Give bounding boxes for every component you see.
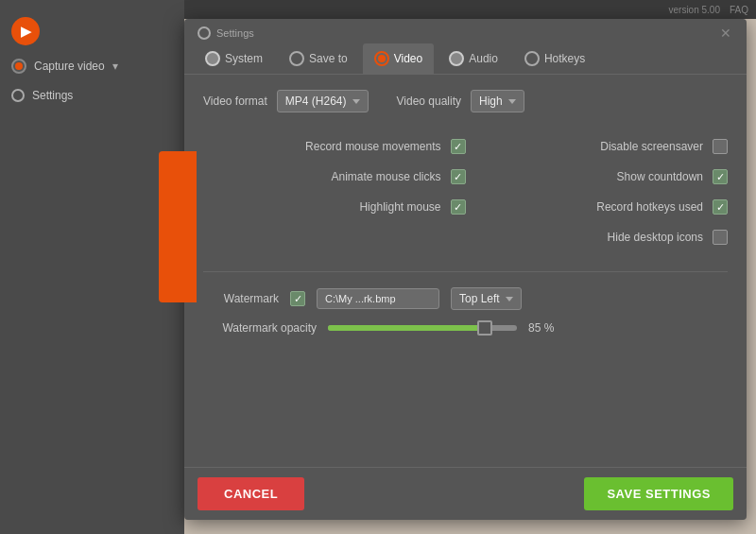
record-mouse-label: Record mouse movements [305,140,440,153]
capture-video-button[interactable]: Capture video ▾ [0,53,184,79]
animate-mouse-label: Animate mouse clicks [331,170,440,183]
highlight-mouse-row: Highlight mouse [203,192,466,222]
dialog-header: Settings ✕ [184,19,747,43]
app-logo: ▶ [11,17,40,45]
video-format-value: MP4 (H264) [285,95,347,108]
show-countdown-label: Show countdown [617,170,703,183]
tab-system-label: System [225,52,263,65]
show-countdown-row: Show countdown [485,162,729,192]
tab-hotkeys-label: Hotkeys [544,52,585,65]
highlight-mouse-checkbox[interactable] [451,199,466,215]
record-hotkeys-row: Record hotkeys used [485,192,729,222]
app-topbar: version 5.00 FAQ [184,0,756,19]
show-countdown-checkbox[interactable] [713,169,728,184]
hide-desktop-row: Hide desktop icons [485,222,729,252]
tab-video[interactable]: Video [363,43,434,74]
watermark-file-path[interactable]: C:\My ...rk.bmp [317,288,439,309]
tabs-bar: System Save to Video Audio Hotkeys [184,43,747,75]
opacity-slider-fill [328,325,489,331]
video-quality-value: High [479,95,503,108]
highlight-mouse-label: Highlight mouse [359,200,440,214]
tab-video-label: Video [394,52,422,65]
version-text: version 5.00 [669,5,720,15]
video-quality-dropdown[interactable]: High [471,90,524,112]
record-hotkeys-checkbox[interactable] [713,199,728,215]
watermark-checkbox[interactable] [290,291,305,306]
video-quality-group: Video quality High [397,90,524,112]
animate-mouse-checkbox[interactable] [451,169,466,184]
options-grid: Record mouse movements Animate mouse cli… [203,131,728,252]
dialog-settings-icon [198,26,211,40]
watermark-position-dropdown[interactable]: Top Left [451,287,522,310]
opacity-row: Watermark opacity 85 % [203,321,728,335]
dialog-content: Video format MP4 (H264) Video quality Hi… [184,75,747,467]
capture-radio-icon [11,59,26,74]
save-tab-icon [289,51,304,66]
audio-tab-icon [449,51,464,66]
logo-icon: ▶ [21,24,31,39]
settings-dialog: Settings ✕ System Save to Video Audio Ho… [184,19,747,520]
tab-save-to[interactable]: Save to [278,43,359,74]
tab-audio[interactable]: Audio [438,43,509,74]
watermark-position-value: Top Left [459,292,500,305]
hide-desktop-label: Hide desktop icons [608,231,703,244]
opacity-slider-handle[interactable] [477,320,492,336]
opacity-value-display: 85 % [528,321,561,335]
settings-label: Settings [32,89,73,102]
video-format-dropdown[interactable]: MP4 (H264) [277,90,369,112]
settings-button[interactable]: Settings [0,83,184,108]
opacity-slider-track[interactable] [328,325,517,331]
tab-hotkeys[interactable]: Hotkeys [513,43,596,74]
disable-screensaver-label: Disable screensaver [600,140,703,153]
tab-audio-label: Audio [469,52,498,65]
quality-dropdown-arrow-icon [508,99,516,104]
hotkeys-tab-icon [524,51,540,66]
faq-link[interactable]: FAQ [730,5,748,15]
tab-save-to-label: Save to [309,52,348,65]
record-mouse-checkbox[interactable] [451,139,466,154]
watermark-opacity-label: Watermark opacity [203,321,317,335]
save-settings-button[interactable]: SAVE SETTINGS [584,477,733,510]
disable-screensaver-row: Disable screensaver [485,131,729,162]
video-format-group: Video format MP4 (H264) [203,90,369,112]
divider [203,271,728,272]
left-sidebar: ▶ Capture video ▾ Settings [0,0,184,534]
orange-decoration [159,151,197,302]
close-button[interactable]: ✕ [720,26,733,40]
dropdown-arrow-icon: ▾ [112,60,118,73]
dialog-footer: CANCEL SAVE SETTINGS [184,467,747,520]
video-tab-icon [374,51,389,66]
watermark-label: Watermark [203,292,279,305]
system-tab-icon [205,51,220,66]
tab-system[interactable]: System [194,43,274,74]
hide-desktop-checkbox[interactable] [713,230,728,245]
format-quality-row: Video format MP4 (H264) Video quality Hi… [203,90,728,112]
dialog-title: Settings [216,27,254,39]
record-hotkeys-label: Record hotkeys used [596,200,703,214]
dialog-title-bar: Settings [198,26,254,40]
video-format-label: Video format [203,95,267,108]
disable-screensaver-checkbox[interactable] [713,139,728,154]
watermark-row: Watermark C:\My ...rk.bmp Top Left [203,287,728,310]
video-quality-label: Video quality [397,95,462,108]
record-mouse-row: Record mouse movements [203,131,466,162]
position-dropdown-arrow-icon [506,297,513,301]
format-dropdown-arrow-icon [352,99,360,104]
cancel-button[interactable]: CANCEL [198,477,304,510]
settings-icon [11,89,25,102]
capture-video-label: Capture video [34,60,105,73]
animate-mouse-row: Animate mouse clicks [203,162,466,192]
